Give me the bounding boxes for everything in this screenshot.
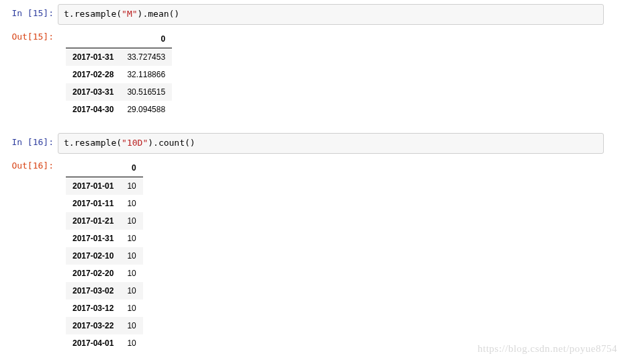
output-prompt-15: Out[15]: [5,28,58,43]
output-area-15: 0 2017-01-3133.727453 2017-02-2832.11886… [58,28,623,125]
output-prompt-16: Out[16]: [5,156,58,172]
table-row: 2017-03-1210 [66,300,143,317]
output-cell-16: Out[16]: 0 2017-01-0110 2017-01-1110 201… [0,155,628,360]
output-area-16: 0 2017-01-0110 2017-01-1110 2017-01-2110… [58,156,623,359]
dataframe-table-15: 0 2017-01-3133.727453 2017-02-2832.11886… [66,30,172,118]
table-row: 2017-04-0110 [66,334,143,352]
table-row: 2017-02-2832.118866 [66,66,172,83]
table-row: 2017-01-3110 [66,230,143,247]
table-body-15: 2017-01-3133.727453 2017-02-2832.118866 … [66,48,172,118]
table-row: 2017-03-3130.516515 [66,83,172,101]
table-row: 2017-03-0210 [66,282,143,300]
table-row: 2017-02-2010 [66,265,143,282]
input-cell-16: In [16]: t.resample("10D").count() [0,132,628,155]
code-line: t.resample("10D").count() [64,138,195,148]
input-prompt-15: In [15]: [5,4,58,19]
code-line: t.resample("M").mean() [64,9,179,19]
table-body-16: 2017-01-0110 2017-01-1110 2017-01-2110 2… [66,177,143,352]
table-row: 2017-01-1110 [66,195,143,212]
input-prompt-16: In [16]: [5,133,58,148]
table-row: 2017-04-3029.094588 [66,101,172,118]
output-cell-15: Out[15]: 0 2017-01-3133.727453 2017-02-2… [0,26,628,126]
table-row: 2017-01-0110 [66,177,143,195]
col-header: 0 [120,159,142,177]
code-input-16[interactable]: t.resample("10D").count() [58,133,604,154]
table-row: 2017-02-1010 [66,247,143,265]
table-row: 2017-03-2210 [66,317,143,334]
table-row: 2017-01-2110 [66,212,143,230]
dataframe-table-16: 0 2017-01-0110 2017-01-1110 2017-01-2110… [66,159,143,352]
table-row: 2017-01-3133.727453 [66,48,172,66]
input-cell-15: In [15]: t.resample("M").mean() [0,3,628,26]
index-header [66,30,120,48]
code-input-15[interactable]: t.resample("M").mean() [58,4,604,25]
index-header [66,159,120,177]
col-header: 0 [120,30,172,48]
